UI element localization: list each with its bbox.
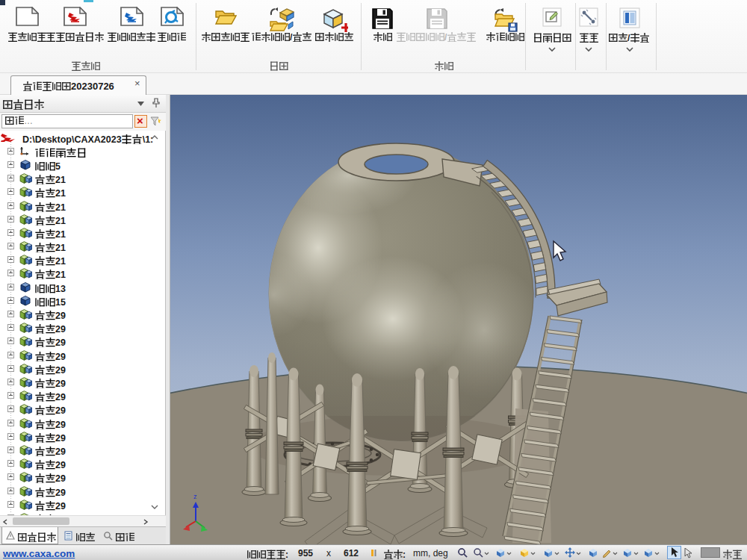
- svg-text:z: z: [193, 493, 197, 500]
